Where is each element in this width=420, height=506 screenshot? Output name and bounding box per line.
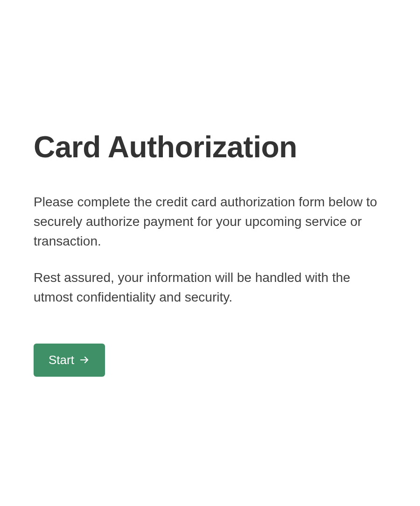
start-button[interactable]: Start [34, 344, 105, 377]
description-paragraph-1: Please complete the credit card authoriz… [34, 192, 386, 251]
button-container: Start [34, 344, 386, 377]
arrow-right-icon [79, 354, 90, 365]
start-button-label: Start [49, 353, 74, 367]
main-content: Card Authorization Please complete the c… [34, 130, 386, 377]
page-title: Card Authorization [34, 130, 386, 164]
description-paragraph-2: Rest assured, your information will be h… [34, 268, 386, 307]
